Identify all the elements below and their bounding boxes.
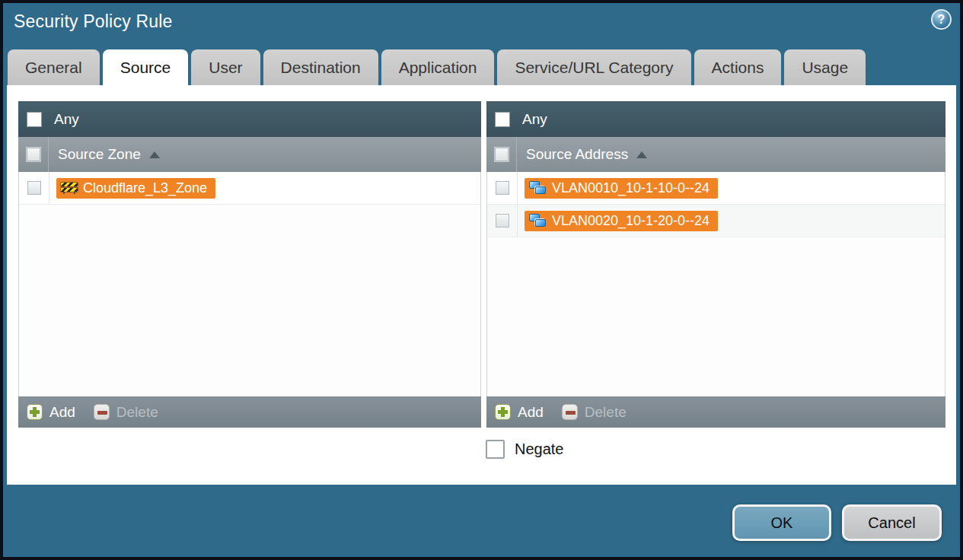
address-chip[interactable]: VLAN0010_10-1-10-0--24 [525,178,718,199]
negate-label: Negate [515,441,564,458]
row-checkbox[interactable] [496,214,509,228]
source-zone-toolbar: Add Delete [18,396,481,428]
table-row[interactable]: VLAN0020_10-1-20-0--24 [487,205,945,237]
zone-name: Cloudflare_L3_Zone [83,180,207,196]
tab-destination[interactable]: Destination [263,49,378,85]
add-button[interactable]: Add [27,404,75,421]
address-icon [529,181,547,196]
table-row[interactable]: VLAN0010_10-1-10-0--24 [487,172,945,205]
source-address-column-label[interactable]: Source Address [526,146,628,163]
negate-option: Negate [486,440,564,459]
source-zone-any-row: Any [18,101,481,137]
address-name: VLAN0010_10-1-10-0--24 [552,180,709,196]
source-zone-any-label: Any [54,111,79,128]
source-zone-any-checkbox[interactable] [27,112,42,127]
tab-actions[interactable]: Actions [694,49,782,85]
source-address-list: VLAN0010_10-1-10-0--24 VLAN0020_10-1-20-… [486,172,945,396]
negate-checkbox[interactable] [486,440,505,459]
zone-chip[interactable]: Cloudflare_L3_Zone [56,178,215,199]
tab-application[interactable]: Application [381,49,495,85]
source-zone-column-label[interactable]: Source Zone [58,146,141,163]
delete-button[interactable]: Delete [562,404,627,421]
tab-usage[interactable]: Usage [784,49,866,85]
delete-button[interactable]: Delete [94,404,158,421]
tab-content-source: Any Source Zone Cloudflare_L3_Zone [7,85,956,485]
delete-icon [562,404,578,420]
address-chip[interactable]: VLAN0020_10-1-20-0--24 [525,211,718,231]
source-zone-select-all-checkbox[interactable] [27,148,40,161]
security-policy-rule-dialog: Security Policy Rule ? General Source Us… [0,0,963,560]
sort-ascending-icon[interactable] [636,151,647,158]
source-address-toolbar: Add Delete [486,396,945,428]
add-button[interactable]: Add [495,404,544,421]
add-icon [27,404,43,420]
source-zone-list: Cloudflare_L3_Zone [18,172,481,396]
source-address-any-label: Any [522,111,547,128]
row-checkbox[interactable] [27,181,41,195]
source-address-panel: Any Source Address VLAN0010_10-1-10-0--2… [486,101,945,428]
add-icon [495,404,511,420]
cancel-button[interactable]: Cancel [842,504,942,541]
tab-user[interactable]: User [191,49,260,85]
source-address-select-all-checkbox[interactable] [495,148,509,161]
address-icon [529,214,547,228]
source-zone-panel: Any Source Zone Cloudflare_L3_Zone [18,101,481,428]
source-address-any-row: Any [486,101,945,137]
tab-service-url-category[interactable]: Service/URL Category [497,49,690,85]
source-address-any-checkbox[interactable] [495,112,510,127]
ok-button[interactable]: OK [732,504,831,541]
help-icon[interactable]: ? [931,9,952,30]
sort-ascending-icon[interactable] [149,151,160,158]
tab-source[interactable]: Source [103,49,189,85]
dialog-title: Security Policy Rule [14,11,173,32]
tab-general[interactable]: General [8,49,100,85]
tab-bar: General Source User Destination Applicat… [8,49,866,85]
source-address-column-header: Source Address [486,137,945,172]
row-checkbox[interactable] [496,181,509,195]
address-name: VLAN0020_10-1-20-0--24 [552,213,709,229]
source-zone-column-header: Source Zone [18,137,481,172]
table-row[interactable]: Cloudflare_L3_Zone [19,172,480,205]
zone-icon [61,182,78,194]
delete-icon [94,404,110,420]
